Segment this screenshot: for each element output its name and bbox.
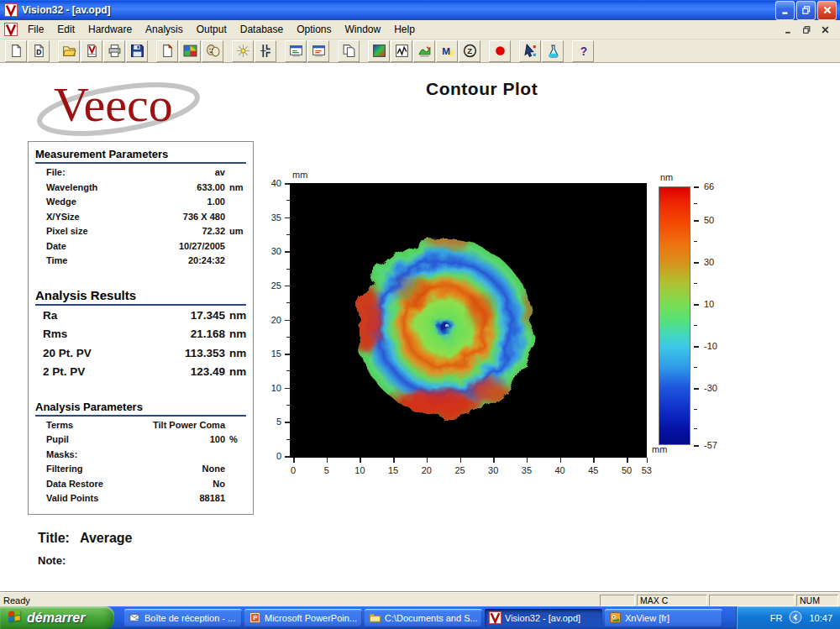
copy-pages-button[interactable] [338, 40, 360, 62]
document-area: Veeco Contour Plot Measurement Parameter… [0, 64, 840, 592]
title-bar[interactable]: Vision32 - [av.opd] [0, 0, 840, 20]
x-tick [393, 458, 395, 463]
x-tick-label: 45 [585, 465, 601, 475]
x-tick-label: 30 [485, 465, 501, 475]
param-row: 20 Pt. PV113.353nm [35, 347, 246, 366]
taskbar-button-xnview-fr[interactable]: XnView [fr] [605, 609, 722, 627]
minimize-button[interactable] [775, 1, 795, 20]
save-button[interactable] [126, 40, 148, 62]
caliper-icon [259, 44, 273, 58]
light-source-button[interactable] [232, 40, 254, 62]
menu-items: FileEditHardwareAnalysisOutputDatabaseOp… [21, 21, 422, 38]
help-button[interactable]: ? [572, 40, 594, 62]
param-row: Ra17.345nm [35, 309, 246, 328]
menu-bar: FileEditHardwareAnalysisOutputDatabaseOp… [0, 20, 840, 39]
param-label: 2 Pt. PV [35, 365, 85, 378]
surface-3d-button[interactable] [413, 40, 435, 62]
menu-item-options[interactable]: Options [290, 21, 338, 38]
record-button[interactable] [489, 40, 511, 62]
toolbar-group [58, 40, 149, 62]
masks-button[interactable] [202, 40, 223, 62]
param-value: 20:24:32 [188, 255, 225, 265]
menu-item-window[interactable]: Window [339, 21, 388, 38]
taskbar-button-microsoft-powerpoin[interactable]: PMicrosoft PowerPoin... [244, 609, 362, 627]
hide-icons-chevron-icon[interactable] [789, 611, 802, 626]
x-tick-label: 0 [285, 465, 302, 475]
new-doc-button[interactable] [5, 40, 27, 62]
param-row: Rms21.168nm [35, 328, 246, 347]
x-tick [560, 458, 562, 463]
copy-pages-icon [342, 44, 356, 58]
veeco-logo-text: Veeco [54, 77, 173, 132]
close-button[interactable] [817, 1, 837, 20]
menu-item-output[interactable]: Output [190, 21, 234, 38]
x-tick [460, 458, 462, 463]
menu-item-help[interactable]: Help [387, 21, 422, 38]
param-row: 2 Pt. PV123.49nm [35, 365, 246, 385]
taskbar: démarrer Boîte de réception - ...PMicros… [0, 606, 840, 629]
start-button[interactable]: démarrer [0, 606, 114, 629]
system-tray: FR 10:47 [736, 606, 840, 629]
restore-button[interactable] [796, 1, 816, 20]
colorbar-tick-label: 30 [704, 257, 714, 267]
toolbar-group: D [5, 40, 50, 62]
new-page-button[interactable] [156, 40, 178, 62]
vision32-app-icon [4, 3, 18, 17]
param-row: Time20:24:32 [35, 255, 246, 270]
contour-disc [290, 183, 647, 458]
new-doc-icon [9, 44, 24, 58]
language-indicator[interactable]: FR [770, 613, 783, 623]
menu-item-edit[interactable]: Edit [50, 21, 81, 38]
y-minor-tick [286, 302, 290, 303]
open-folder-button[interactable] [58, 40, 80, 62]
menu-item-database[interactable]: Database [234, 21, 290, 38]
toolbar-group: MZ [368, 40, 481, 62]
menu-item-analysis[interactable]: Analysis [139, 21, 190, 38]
colorbar-tick [694, 388, 699, 390]
mdi-close-button[interactable] [818, 24, 832, 35]
menu-item-hardware[interactable]: Hardware [81, 21, 139, 38]
x-tick-label: 25 [452, 465, 469, 475]
param-value: 633.00 [197, 182, 225, 192]
color-map-button[interactable] [179, 40, 201, 62]
pointer-tool-button[interactable] [519, 40, 541, 62]
caliper-button[interactable] [255, 40, 276, 62]
window-controls [775, 1, 840, 20]
taskbar-button-bo-te-de-r-ception[interactable]: Boîte de réception - ... [124, 609, 242, 627]
parameters-panel: Measurement Parameters File:avWavelength… [28, 141, 254, 515]
print-button[interactable] [103, 40, 125, 62]
record-icon [493, 44, 507, 58]
analysis-results-section: Analysis Results Ra17.345nmRms21.168nm20… [35, 288, 246, 385]
mdi-restore-button[interactable] [800, 24, 813, 35]
param-label: Pupil [35, 434, 69, 444]
z-circle-button[interactable]: Z [459, 40, 480, 62]
open-v-doc-button[interactable] [81, 40, 102, 62]
y-tick-label: 30 [261, 246, 281, 256]
status-cell-max-c: MAX C [637, 595, 707, 606]
menu-item-file[interactable]: File [21, 21, 50, 38]
flask-button[interactable] [542, 40, 564, 62]
veeco-logo: Veeco [32, 67, 213, 144]
y-tick-label: 25 [261, 280, 281, 291]
gradient-fill-button[interactable] [368, 40, 390, 62]
y-minor-tick [286, 337, 290, 338]
colorbar-tick-label: -10 [704, 341, 717, 351]
line-plot-button[interactable] [391, 40, 412, 62]
m-tool-button[interactable]: M [436, 40, 458, 62]
param-unit: um [225, 226, 246, 236]
param-value: 123.49 [191, 365, 225, 378]
colorbar-minor-tick [694, 203, 697, 204]
taskbar-button-c-documents-and-s[interactable]: C:\Documents and S... [365, 609, 482, 627]
screen-window2-button[interactable] [307, 40, 329, 62]
param-row: Valid Points88181 [35, 493, 246, 508]
new-database-doc-button[interactable]: D [28, 40, 50, 62]
param-unit: % [225, 434, 246, 444]
screen-window-button[interactable] [285, 40, 307, 62]
status-text: Ready [0, 595, 30, 605]
colorbar-minor-tick [694, 428, 697, 429]
param-row: File:av [35, 167, 246, 182]
mdi-minimize-button[interactable] [781, 24, 795, 35]
taskbar-button-vision32-av-opd[interactable]: Vision32 - [av.opd] [485, 609, 602, 627]
screen-window-icon [289, 44, 303, 58]
clock[interactable]: 10:47 [809, 613, 832, 623]
